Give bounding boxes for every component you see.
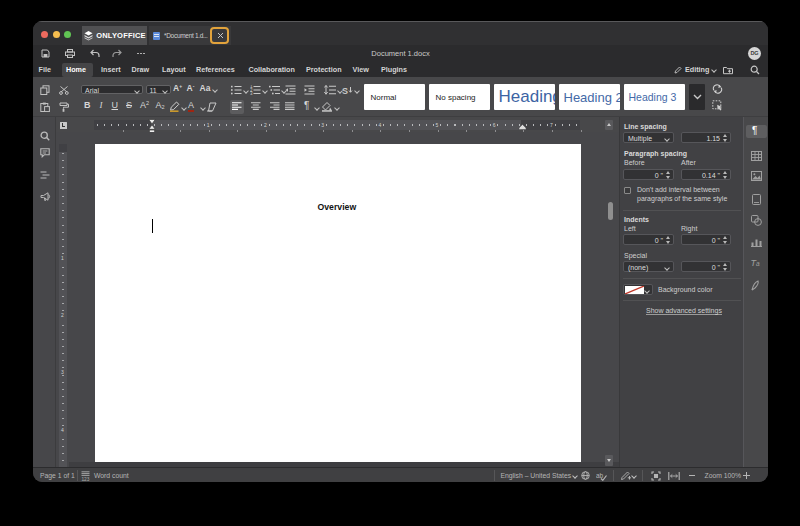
svg-text:123: 123 bbox=[81, 476, 89, 480]
svg-text:ab: ab bbox=[596, 471, 604, 478]
svg-text:3: 3 bbox=[250, 91, 253, 95]
svg-text:S: S bbox=[342, 86, 348, 96]
